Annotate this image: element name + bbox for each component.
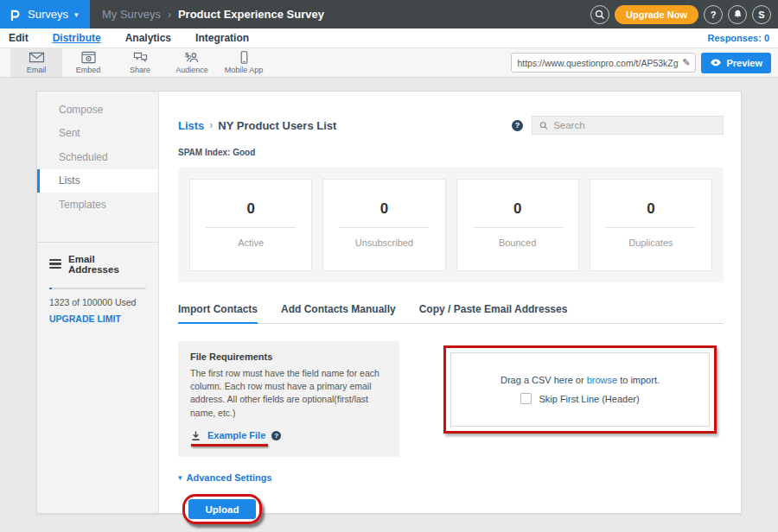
list-stats: 0 Active 0 Unsubscribed 0 Bounced 0 (178, 168, 724, 282)
sidebar-item-scheduled[interactable]: Scheduled (37, 145, 158, 169)
stat-label: Duplicates (590, 238, 711, 248)
toolbar-right: https://www.questionpro.com/t/AP53kZgfo … (511, 48, 778, 77)
upgrade-limit-link[interactable]: UPGRADE LIMIT (49, 314, 121, 324)
list-name: NY Product Users List (218, 119, 336, 132)
sidebar-menu: Compose Sent Scheduled Lists Templates (37, 92, 158, 217)
channel-audience[interactable]: $ Audience (166, 48, 218, 77)
chevron-down-icon: ▾ (74, 10, 79, 19)
help-button[interactable]: ? (704, 5, 723, 24)
browse-link[interactable]: browse (587, 375, 617, 385)
channel-audience-label: Audience (175, 66, 208, 74)
stat-label: Active (190, 238, 311, 248)
topbar-actions: Upgrade Now ? S (590, 0, 778, 28)
email-sidebar: Compose Sent Scheduled Lists Templates E… (37, 92, 159, 513)
sidebar-item-compose[interactable]: Compose (37, 98, 158, 122)
survey-nav: Edit Distribute Analytics Integration Re… (0, 28, 778, 48)
breadcrumb-separator: › (168, 9, 171, 21)
stat-card-active: 0 Active (189, 179, 312, 271)
tab-import-contacts[interactable]: Import Contacts (178, 303, 258, 324)
product-menu-label: Surveys (28, 8, 68, 21)
sidebar-item-sent[interactable]: Sent (37, 122, 158, 146)
dropzone-text-before: Drag a CSV here or (501, 375, 587, 385)
csv-dropzone[interactable]: Drag a CSV here or browse to import. Ski… (450, 352, 710, 427)
edit-url-icon[interactable]: ✎ (682, 57, 690, 68)
stat-card-unsubscribed: 0 Unsubscribed (322, 179, 445, 271)
survey-url-box[interactable]: https://www.questionpro.com/t/AP53kZgfo … (511, 53, 696, 73)
file-requirements-box: File Requirements The first row must hav… (178, 341, 399, 457)
email-usage-progress (49, 288, 146, 289)
dropzone-text-after: to import. (617, 375, 660, 385)
upgrade-now-button[interactable]: Upgrade Now (615, 5, 698, 24)
search-icon (539, 121, 548, 130)
sidebar-item-templates[interactable]: Templates (37, 193, 158, 217)
advanced-settings-link[interactable]: Advanced Settings (187, 472, 272, 483)
page-title: Product Experience Survey (178, 8, 324, 21)
channel-embed[interactable]: Embed (62, 48, 114, 77)
tab-analytics[interactable]: Analytics (125, 32, 171, 44)
channel-mobile-app[interactable]: Mobile App (218, 48, 270, 77)
tab-edit[interactable]: Edit (9, 32, 29, 44)
skip-first-line-checkbox[interactable] (520, 393, 532, 404)
list-detail-main: Lists › NY Product Users List ? SPAM Ind… (159, 92, 741, 513)
embed-icon (80, 51, 97, 64)
responses-count: Responses: 0 (707, 33, 769, 43)
channel-email[interactable]: Email (10, 48, 62, 77)
channel-embed-label: Embed (76, 66, 101, 74)
email-icon (29, 51, 45, 64)
surveys-menu[interactable]: Surveys ▾ (0, 0, 90, 28)
annotation-dropzone-box: Drag a CSV here or browse to import. Ski… (443, 345, 717, 434)
file-requirements-title: File Requirements (190, 352, 387, 362)
email-usage-text: 1323 of 100000 Used (49, 297, 146, 307)
preview-label: Preview (726, 58, 762, 68)
stat-card-duplicates: 0 Duplicates (590, 179, 712, 271)
help-icon: ? (711, 10, 717, 20)
tab-add-contacts-manually[interactable]: Add Contacts Manually (281, 303, 396, 323)
skip-first-line-label: Skip First Line (Header) (539, 394, 639, 404)
help-icon[interactable]: ? (512, 120, 523, 131)
breadcrumb-lists-link[interactable]: Lists (178, 119, 204, 132)
chevron-down-icon: ▾ (178, 473, 182, 482)
file-requirements-body: The first row must have the field name f… (190, 367, 387, 420)
avatar-initial: S (758, 10, 764, 20)
page-body: Compose Sent Scheduled Lists Templates E… (0, 78, 778, 514)
tab-integration[interactable]: Integration (195, 32, 249, 44)
survey-url: https://www.questionpro.com/t/AP53kZgfo (517, 58, 679, 68)
stat-label: Unsubscribed (323, 238, 444, 248)
eye-icon (710, 59, 722, 66)
stat-value: 0 (323, 200, 444, 218)
list-search-box[interactable] (532, 116, 724, 135)
spam-index: SPAM Index: Good (178, 148, 724, 157)
stat-value: 0 (590, 200, 711, 218)
stat-value: 0 (457, 200, 578, 218)
questionpro-logo-icon (9, 8, 22, 22)
example-file-link[interactable]: Example File (207, 430, 265, 440)
tab-distribute[interactable]: Distribute (53, 32, 101, 44)
breadcrumb-my-surveys[interactable]: My Surveys (102, 8, 161, 21)
upload-button[interactable]: Upload (188, 499, 256, 519)
channel-share-label: Share (130, 66, 150, 74)
email-addresses-section: Email Addresses 1323 of 100000 Used UPGR… (37, 243, 158, 326)
annotation-upload-box: Upload (182, 494, 262, 524)
help-icon[interactable]: ? (271, 431, 281, 440)
notifications-button[interactable] (728, 5, 747, 24)
svg-text:$: $ (185, 51, 189, 59)
list-icon (49, 259, 61, 269)
stat-card-bounced: 0 Bounced (456, 179, 579, 271)
channel-email-label: Email (27, 66, 47, 74)
search-icon (595, 10, 605, 20)
lists-panel: Compose Sent Scheduled Lists Templates E… (36, 91, 742, 514)
preview-button[interactable]: Preview (701, 53, 771, 73)
sidebar-item-lists[interactable]: Lists (37, 169, 158, 193)
search-input[interactable] (553, 120, 716, 130)
stat-label: Bounced (457, 238, 578, 248)
tab-copy-paste-email-addresses[interactable]: Copy / Paste Email Addresses (419, 303, 568, 323)
contact-tabs: Import Contacts Add Contacts Manually Co… (178, 303, 724, 324)
email-addresses-title: Email Addresses (68, 254, 146, 275)
channel-share[interactable]: Share (114, 48, 166, 77)
mobile-app-icon (236, 51, 252, 64)
avatar[interactable]: S (752, 5, 771, 24)
annotation-underline (191, 444, 268, 447)
download-icon (190, 430, 201, 441)
audience-icon: $ (184, 51, 201, 64)
search-button[interactable] (590, 5, 609, 24)
